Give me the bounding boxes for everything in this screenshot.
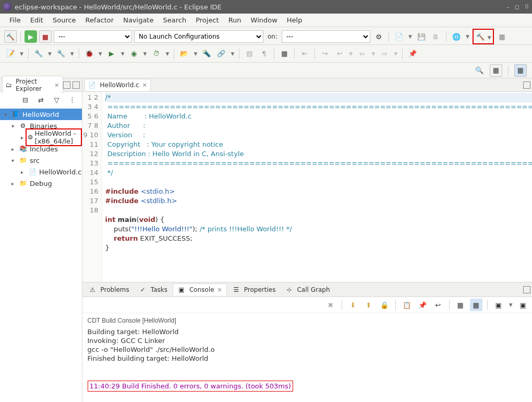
minimize-editor[interactable]	[523, 81, 530, 89]
debug-tool-2[interactable]: 🔧	[55, 48, 67, 60]
launch-mode-combo[interactable]: ---	[54, 30, 132, 43]
tab-tasks[interactable]: ✓Tasks	[135, 284, 172, 295]
menu-help[interactable]: Help	[283, 15, 307, 25]
tree-root-item[interactable]: ▾📘 HelloWorld	[0, 109, 82, 120]
close-icon[interactable]: ✕	[217, 287, 222, 293]
nav-2[interactable]: ↩	[333, 48, 346, 60]
launch-settings-icon[interactable]: ⚙	[372, 30, 385, 43]
tasks-icon: ✓	[139, 286, 147, 294]
menu-file[interactable]: File	[5, 15, 25, 25]
filter-icon[interactable]: ▽	[51, 93, 63, 106]
build-dropdown[interactable]: ▼	[488, 35, 491, 40]
tab-console[interactable]: ▣Console✕	[173, 283, 227, 295]
tree-src[interactable]: ▾📁 src	[0, 155, 82, 166]
close-icon[interactable]: ✕	[142, 82, 147, 89]
new-dropdown[interactable]: ▼	[408, 34, 412, 39]
perspective-button[interactable]: 🌐	[450, 30, 463, 43]
menu-run[interactable]: Run	[224, 15, 246, 25]
tab-project-explorer[interactable]: 🗂 Project Explorer ✕	[2, 76, 63, 94]
window-close[interactable]: ⠿	[525, 4, 529, 10]
coverage-button[interactable]: ◉	[128, 48, 140, 60]
run-button-2[interactable]: ▶	[105, 48, 118, 60]
save-button[interactable]: 💾	[415, 30, 428, 43]
run-button[interactable]: ▶	[25, 30, 37, 43]
perspective-dropdown[interactable]: ▼	[466, 34, 469, 39]
remove-launch-icon[interactable]: ✖	[324, 299, 337, 311]
link-editor-icon[interactable]: ⇄	[35, 93, 47, 106]
toggle-3[interactable]: ▦	[278, 48, 291, 60]
tab-problems[interactable]: ⚠Problems	[84, 284, 134, 295]
eclipse-icon	[3, 3, 11, 11]
workspace: 🗂 Project Explorer ✕ ⊟ ⇄ ▽ ⋮ ▾📘 HelloWor…	[0, 78, 532, 402]
scroll-lock-icon[interactable]: 🔒	[378, 299, 391, 311]
toggle-2[interactable]: ¶	[258, 48, 270, 60]
console-body[interactable]: CDT Build Console [HelloWorld] Building …	[82, 313, 533, 402]
show-when-out-icon[interactable]: ▦	[454, 299, 467, 311]
arrow-up-icon[interactable]: ⬆	[362, 299, 375, 311]
window-minimize[interactable]: –	[506, 4, 510, 10]
pin-button[interactable]: 📌	[406, 48, 419, 60]
profile-button[interactable]: ⏱	[150, 48, 163, 60]
arrow-down-icon[interactable]: ⬇	[347, 299, 359, 311]
console-icon: ▣	[177, 286, 186, 294]
console-toolbar: ✖ ⬇ ⬆ 🔒 📋 📌 ↩ ▦ ▦ ▣▼ ▣▼	[82, 297, 533, 313]
code-editor[interactable]: 1 2 3 4 5 6 7 8 9 10 11 12 13 14 15 16 1…	[82, 92, 533, 282]
nav-back[interactable]: ⇦	[356, 48, 368, 60]
debug-button[interactable]: 🐞	[83, 48, 95, 60]
menu-search[interactable]: Search	[159, 15, 190, 25]
debug-label: Debug	[30, 180, 52, 187]
open-button[interactable]: 📂	[178, 48, 190, 60]
menu-edit[interactable]: Edit	[26, 15, 47, 25]
collapse-all-icon[interactable]: ⊟	[19, 93, 32, 106]
minimize-bottom[interactable]	[523, 286, 530, 293]
window-maximize[interactable]: ◻	[515, 4, 519, 10]
tree-debug[interactable]: ▸📁 Debug	[0, 178, 82, 189]
perspective-c-cpp[interactable]: ▦	[514, 64, 527, 77]
launch-target-combo[interactable]: ---	[282, 30, 370, 43]
build-button[interactable]: 🔨	[4, 30, 17, 43]
properties-icon: ☰	[232, 286, 240, 294]
stop-button[interactable]: ■	[39, 30, 52, 43]
debug-tool-1[interactable]: 🔧	[32, 48, 45, 60]
pin-console-icon[interactable]: 📌	[416, 299, 429, 311]
search-button[interactable]: 🔦	[200, 48, 213, 60]
folder-icon: 📁	[19, 179, 27, 187]
new-cpp-button[interactable]: 📝	[4, 48, 17, 60]
quick-search-icon[interactable]: 🔍	[473, 64, 486, 77]
link-button[interactable]: 🔗	[215, 48, 227, 60]
menu-source[interactable]: Source	[49, 15, 80, 25]
minimize-view[interactable]	[63, 81, 70, 89]
menu-refactor[interactable]: Refactor	[81, 15, 118, 25]
tab-properties[interactable]: ☰Properties	[228, 284, 280, 295]
center-panel: 📄 HelloWorld.c ✕ 1 2 3 4 5 6 7 8 9 10 11…	[82, 78, 533, 402]
close-icon[interactable]: ✕	[54, 82, 59, 89]
perspective-switch-1[interactable]: ▦	[490, 64, 502, 77]
tab-callgraph[interactable]: ⊹Call Graph	[281, 284, 334, 295]
tree-binary-item[interactable]: ▸ ⚙ HelloWorld - [x86_64/le]	[0, 132, 82, 143]
build-all-button[interactable]: 🔨	[474, 30, 487, 43]
launch-config-combo[interactable]: No Launch Configurations	[134, 30, 263, 43]
toggle-1[interactable]: ▤	[243, 48, 256, 60]
tree-src-file[interactable]: ▸📄 HelloWorld.c	[0, 166, 82, 178]
binary-icon[interactable]: ▦	[496, 30, 509, 43]
nav-1[interactable]: ↪	[319, 48, 331, 60]
view-menu-icon[interactable]: ⋮	[66, 93, 79, 106]
open-console-icon[interactable]: ▣	[517, 299, 529, 311]
menu-bar: File Edit Source Refactor Navigate Searc…	[0, 14, 532, 27]
save-all-button[interactable]: 🗎	[430, 30, 442, 43]
show-when-err-icon[interactable]: ▦	[470, 299, 482, 311]
toggle-word-wrap-icon[interactable]: ↩	[432, 299, 444, 311]
clear-console-icon[interactable]: 📋	[401, 299, 413, 311]
new-button[interactable]: 📄	[393, 30, 405, 43]
display-selected-console-icon[interactable]: ▣	[492, 299, 505, 311]
tab-editor-helloworld[interactable]: 📄 HelloWorld.c ✕	[84, 79, 151, 91]
menu-navigate[interactable]: Navigate	[119, 15, 158, 25]
nav-fwd[interactable]: ⇨	[378, 48, 391, 60]
bottom-panel: ⚠Problems ✓Tasks ▣Console✕ ☰Properties ⊹…	[82, 282, 533, 402]
code-area[interactable]: /* =====================================…	[102, 92, 533, 282]
editor-tab-bar: 📄 HelloWorld.c ✕	[82, 78, 533, 92]
step-1[interactable]: ⇤	[298, 48, 311, 60]
menu-project[interactable]: Project	[191, 15, 223, 25]
menu-window[interactable]: Window	[247, 15, 282, 25]
maximize-view[interactable]	[72, 81, 80, 89]
